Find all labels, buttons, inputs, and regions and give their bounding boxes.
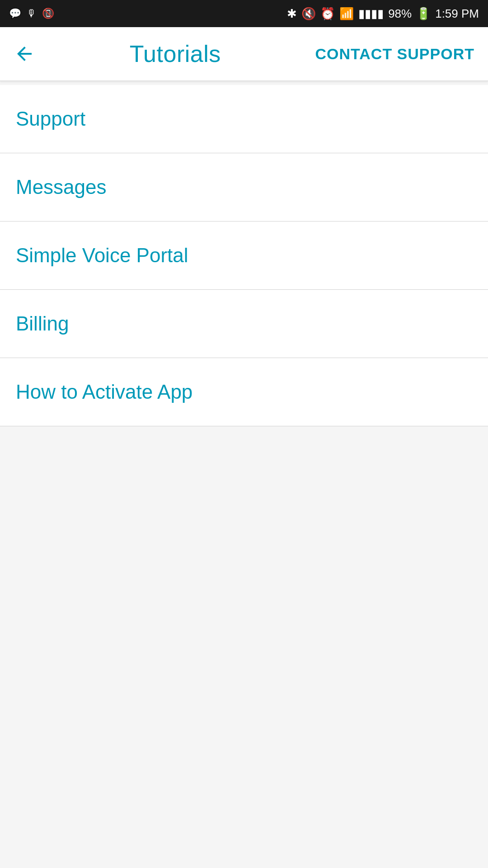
list-item-billing-label: Billing	[16, 312, 69, 335]
list-item-support[interactable]: Support	[0, 85, 488, 153]
contact-support-button[interactable]: CONTACT SUPPORT	[315, 45, 474, 63]
battery-percentage: 98%	[388, 7, 412, 21]
list-item-simple-voice-portal-label: Simple Voice Portal	[16, 244, 188, 266]
list-item-activate-app[interactable]: How to Activate App	[0, 358, 488, 426]
signal-icon: ▮▮▮▮	[358, 7, 384, 21]
page-title: Tutorials	[130, 40, 221, 67]
back-button[interactable]	[14, 43, 35, 65]
mute-icon: 🔇	[301, 7, 316, 21]
list-item-messages-label: Messages	[16, 176, 107, 198]
list-item-messages[interactable]: Messages	[0, 153, 488, 222]
status-bar: 💬 🎙 📵 ✱ 🔇 ⏰ 📶 ▮▮▮▮ 98% 🔋 1:59 PM	[0, 0, 488, 27]
list-item-activate-app-label: How to Activate App	[16, 381, 192, 403]
status-bar-right-icons: ✱ 🔇 ⏰ 📶 ▮▮▮▮ 98% 🔋 1:59 PM	[287, 7, 479, 21]
list-item-support-label: Support	[16, 108, 85, 130]
bluetooth-icon: ✱	[287, 7, 297, 21]
list-item-billing[interactable]: Billing	[0, 290, 488, 358]
toolbar: Tutorials CONTACT SUPPORT	[0, 27, 488, 81]
message-icon: 💬	[9, 8, 21, 19]
back-arrow-icon	[14, 43, 35, 65]
list-item-simple-voice-portal[interactable]: Simple Voice Portal	[0, 222, 488, 290]
status-bar-left-icons: 💬 🎙 📵	[9, 8, 54, 19]
podcast-icon: 🎙	[27, 8, 37, 19]
missed-call-icon: 📵	[42, 8, 54, 19]
alarm-icon: ⏰	[320, 7, 335, 21]
battery-icon: 🔋	[416, 7, 431, 21]
clock: 1:59 PM	[435, 7, 479, 21]
wifi-icon: 📶	[339, 7, 354, 21]
tutorials-list: Support Messages Simple Voice Portal Bil…	[0, 85, 488, 426]
